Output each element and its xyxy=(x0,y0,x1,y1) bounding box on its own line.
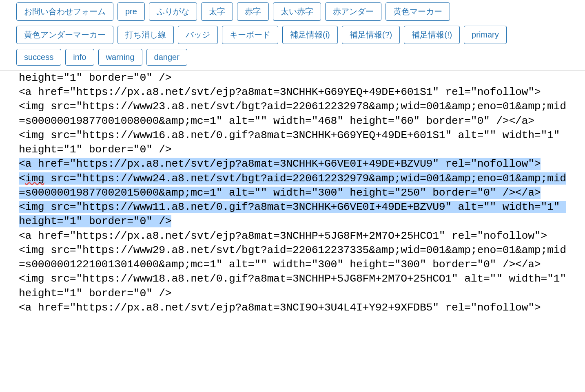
btn-info[interactable]: info xyxy=(65,49,94,66)
code-line[interactable]: <img src="https://www24.a8.net/svt/bgt?a… xyxy=(19,172,569,200)
btn-keyboard[interactable]: キーボード xyxy=(222,26,278,44)
btn-yellow-under-marker[interactable]: 黄色アンダーマーカー xyxy=(16,26,113,44)
code-line[interactable]: <img src="https://www18.a8.net/0.gif?a8m… xyxy=(19,272,569,300)
toolbar-row-3: success info warning danger xyxy=(16,49,569,66)
editor-toolbar: お問い合わせフォーム pre ふりがな 太字 赤字 太い赤字 赤アンダー 黄色マ… xyxy=(0,0,585,71)
code-line[interactable]: <img src="https://www16.a8.net/0.gif?a8m… xyxy=(19,128,569,157)
code-line[interactable]: height="1" border="0" /> xyxy=(19,71,569,85)
btn-strikethrough[interactable]: 打ち消し線 xyxy=(117,26,174,44)
btn-bold[interactable]: 太字 xyxy=(201,2,233,21)
btn-warning[interactable]: warning xyxy=(98,49,142,66)
btn-success[interactable]: success xyxy=(16,49,61,66)
toolbar-row-1: お問い合わせフォーム pre ふりがな 太字 赤字 太い赤字 赤アンダー 黄色マ… xyxy=(16,2,569,21)
code-line[interactable]: <a href="https://px.a8.net/svt/ejp?a8mat… xyxy=(19,85,569,99)
btn-red[interactable]: 赤字 xyxy=(237,2,269,21)
btn-primary[interactable]: primary xyxy=(464,26,507,44)
code-line[interactable]: <a href="https://px.a8.net/svt/ejp?a8mat… xyxy=(19,229,569,243)
code-line[interactable]: <img src="https://www11.a8.net/0.gif?a8m… xyxy=(19,200,569,229)
btn-yellow-marker[interactable]: 黄色マーカー xyxy=(386,2,450,21)
btn-bold-red[interactable]: 太い赤字 xyxy=(273,2,321,21)
btn-red-underline[interactable]: 赤アンダー xyxy=(325,2,381,21)
btn-furigana[interactable]: ふりがな xyxy=(149,2,197,21)
code-editor[interactable]: height="1" border="0" /><a href="https:/… xyxy=(0,71,585,331)
btn-supplement-q[interactable]: 補足情報(?) xyxy=(342,26,400,44)
code-line[interactable]: <a href="https://px.a8.net/svt/ejp?a8mat… xyxy=(19,301,569,315)
toolbar-row-2: 黄色アンダーマーカー 打ち消し線 バッジ キーボード 補足情報(i) 補足情報(… xyxy=(16,26,569,44)
code-line[interactable]: <img src="https://www29.a8.net/svt/bgt?a… xyxy=(19,243,569,272)
code-line[interactable]: <a href="https://px.a8.net/svt/ejp?a8mat… xyxy=(19,157,569,171)
code-line[interactable]: <img src="https://www23.a8.net/svt/bgt?a… xyxy=(19,99,569,128)
btn-danger[interactable]: danger xyxy=(146,49,187,66)
btn-contact-form[interactable]: お問い合わせフォーム xyxy=(16,2,113,21)
btn-supplement-ex[interactable]: 補足情報(!) xyxy=(404,26,460,44)
btn-pre[interactable]: pre xyxy=(117,2,145,21)
btn-supplement-i[interactable]: 補足情報(i) xyxy=(282,26,338,44)
btn-badge[interactable]: バッジ xyxy=(178,26,218,44)
